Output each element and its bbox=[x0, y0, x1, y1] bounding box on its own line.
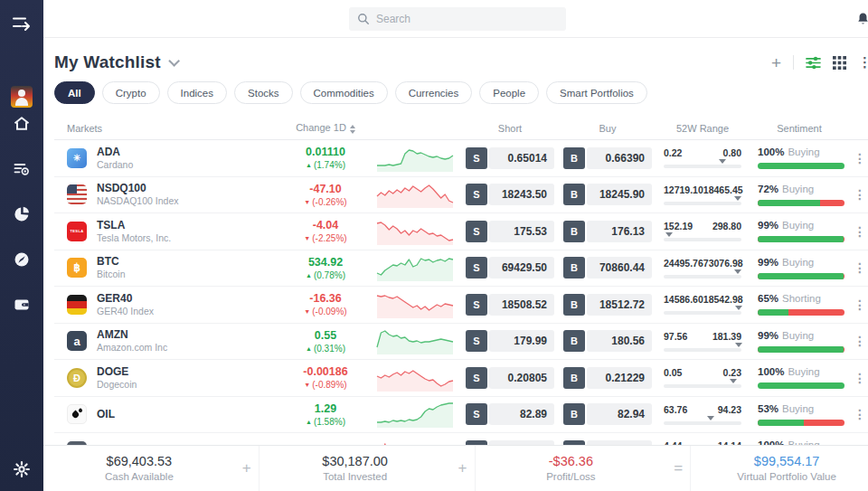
sell-button[interactable]: S bbox=[466, 403, 487, 425]
sell-button[interactable]: S bbox=[466, 257, 487, 279]
buy-price[interactable]: 82.94 bbox=[587, 403, 652, 425]
row-menu-icon[interactable]: ⋮ bbox=[850, 151, 868, 165]
range-low: 0.05 bbox=[664, 367, 682, 378]
search-box[interactable] bbox=[349, 7, 566, 31]
buy-price[interactable]: 180.56 bbox=[587, 330, 652, 352]
watchlist-row-tsla[interactable]: TESLATSLATesla Motors, Inc.-4.04▼(-2.25%… bbox=[54, 213, 868, 250]
filter-pill-all[interactable]: All bbox=[54, 81, 95, 104]
market-cell[interactable]: NSDQ100NASDAQ100 Index bbox=[67, 182, 282, 207]
notifications-bell-icon[interactable] bbox=[855, 11, 868, 27]
chevron-down-icon[interactable] bbox=[168, 55, 180, 67]
buy-price[interactable]: 0.66390 bbox=[587, 147, 652, 169]
cash-available-label: Cash Available bbox=[105, 470, 174, 484]
col-change[interactable]: Change 1D bbox=[282, 122, 369, 133]
row-menu-icon[interactable]: ⋮ bbox=[850, 334, 868, 348]
market-cell[interactable]: OIL bbox=[67, 404, 282, 424]
filter-pill-currencies[interactable]: Currencies bbox=[395, 81, 473, 104]
market-cell[interactable]: ✳ADACardano bbox=[67, 146, 282, 171]
settings-gear-icon[interactable] bbox=[11, 458, 33, 480]
watchlist-row-nio[interactable]: NIO-0.17SB4.4414.14100%Buying⋮ bbox=[54, 433, 868, 445]
buy-price[interactable]: 70860.44 bbox=[587, 257, 652, 279]
filter-sliders-icon[interactable] bbox=[806, 56, 821, 70]
watchlist-row-ger40[interactable]: GER40GER40 Index-16.36▼(-0.09%)S18508.52… bbox=[54, 287, 868, 324]
market-symbol: NSDQ100 bbox=[97, 182, 178, 195]
row-menu-icon[interactable]: ⋮ bbox=[850, 260, 868, 275]
filter-pill-people[interactable]: People bbox=[479, 81, 539, 104]
search-icon bbox=[357, 13, 370, 25]
buy-button[interactable]: B bbox=[563, 221, 585, 242]
market-cell[interactable]: ÐDOGEDogecoin bbox=[67, 365, 282, 391]
col-short[interactable]: Short bbox=[461, 123, 559, 134]
sell-button[interactable]: S bbox=[466, 184, 487, 205]
sell-price[interactable]: 18243.50 bbox=[489, 184, 554, 205]
col-sentiment[interactable]: Sentiment bbox=[749, 123, 850, 134]
dogecoin-icon: Ð bbox=[67, 368, 87, 388]
buy-price[interactable]: 176.13 bbox=[587, 221, 652, 242]
grid-view-icon[interactable] bbox=[833, 56, 846, 70]
down-triangle-icon: ▼ bbox=[304, 199, 310, 205]
sell-price[interactable]: 69429.50 bbox=[489, 257, 554, 279]
market-cell[interactable]: aAMZNAmazon.com Inc bbox=[67, 328, 282, 354]
watchlist-row-btc[interactable]: ฿BTCBitcoin534.92▲(0.78%)S69429.50B70860… bbox=[54, 250, 868, 288]
market-names: TSLATesla Motors, Inc. bbox=[97, 219, 171, 244]
filter-pill-crypto[interactable]: Crypto bbox=[102, 81, 160, 104]
sell-price[interactable]: 0.65014 bbox=[489, 147, 554, 169]
tesla-icon: TESLA bbox=[67, 222, 87, 241]
market-cell[interactable]: TESLATSLATesla Motors, Inc. bbox=[67, 219, 282, 244]
watchlist-row-ada[interactable]: ✳ADACardano0.01110▲(1.74%)S0.65014B0.663… bbox=[54, 140, 868, 177]
filter-pill-stocks[interactable]: Stocks bbox=[234, 81, 293, 104]
sell-button[interactable]: S bbox=[466, 221, 487, 242]
buy-price[interactable]: 18245.90 bbox=[587, 184, 652, 205]
more-options-icon[interactable]: ⋮ bbox=[858, 54, 868, 71]
avatar[interactable] bbox=[11, 86, 33, 108]
row-menu-icon[interactable]: ⋮ bbox=[850, 187, 868, 202]
row-menu-icon[interactable]: ⋮ bbox=[850, 224, 868, 239]
portfolio-pie-icon[interactable] bbox=[11, 203, 33, 225]
filter-pill-smart-portfolios[interactable]: Smart Portfolios bbox=[546, 81, 647, 104]
buy-button[interactable]: B bbox=[563, 403, 585, 425]
wallet-icon[interactable] bbox=[11, 294, 33, 316]
sell-price[interactable]: 82.89 bbox=[489, 403, 554, 425]
market-cell[interactable]: ฿BTCBitcoin bbox=[67, 255, 282, 280]
col-range[interactable]: 52W Range bbox=[656, 123, 749, 134]
sell-price[interactable]: 18508.52 bbox=[489, 294, 554, 316]
watchlist-row-oil[interactable]: OIL1.29▲(1.58%)S82.89B82.9463.7694.2353%… bbox=[54, 397, 868, 434]
row-menu-icon[interactable]: ⋮ bbox=[850, 371, 868, 385]
search-input[interactable] bbox=[376, 13, 539, 25]
range-low: 97.56 bbox=[664, 331, 687, 342]
row-menu-icon[interactable]: ⋮ bbox=[850, 297, 868, 312]
sell-button[interactable]: S bbox=[466, 330, 487, 352]
sentiment-label: Buying bbox=[782, 403, 814, 414]
watchlist-row-amzn[interactable]: aAMZNAmazon.com Inc0.55▲(0.31%)S179.99B1… bbox=[54, 324, 868, 361]
sell-price[interactable]: 0.20805 bbox=[489, 367, 554, 389]
filter-pill-indices[interactable]: Indices bbox=[167, 81, 227, 104]
buy-button[interactable]: B bbox=[563, 330, 585, 352]
col-markets[interactable]: Markets bbox=[67, 123, 282, 134]
sell-price[interactable]: 175.53 bbox=[489, 221, 554, 242]
add-instrument-button[interactable]: + bbox=[771, 54, 781, 71]
buy-price[interactable]: 18512.72 bbox=[587, 294, 652, 316]
buy-button[interactable]: B bbox=[563, 257, 585, 279]
buy-button[interactable]: B bbox=[563, 184, 585, 205]
row-menu-icon[interactable]: ⋮ bbox=[850, 407, 868, 421]
home-icon[interactable] bbox=[11, 113, 33, 135]
buy-price[interactable]: 0.21229 bbox=[587, 367, 652, 389]
sell-button[interactable]: S bbox=[466, 147, 487, 169]
range-high: 0.80 bbox=[723, 147, 741, 158]
discover-compass-icon[interactable] bbox=[11, 249, 33, 270]
watchlist-icon[interactable] bbox=[11, 158, 33, 180]
watchlist-row-nsdq100[interactable]: NSDQ100NASDAQ100 Index-47.10▼(-0.26%)S18… bbox=[54, 177, 868, 214]
market-cell[interactable]: GER40GER40 Index bbox=[67, 292, 282, 317]
market-names: AMZNAmazon.com Inc bbox=[97, 328, 167, 354]
sell-price[interactable]: 179.99 bbox=[489, 330, 554, 352]
menu-expand-icon[interactable] bbox=[11, 12, 33, 33]
sell-button[interactable]: S bbox=[466, 367, 487, 389]
filter-pill-commodities[interactable]: Commodities bbox=[300, 81, 388, 104]
buy-button[interactable]: B bbox=[563, 294, 585, 316]
sell-button[interactable]: S bbox=[466, 294, 487, 316]
buy-button[interactable]: B bbox=[563, 367, 585, 389]
german-flag-icon bbox=[67, 295, 87, 315]
buy-button[interactable]: B bbox=[563, 147, 585, 169]
watchlist-row-doge[interactable]: ÐDOGEDogecoin-0.00186▼(-0.89%)S0.20805B0… bbox=[54, 360, 868, 397]
col-buy[interactable]: Buy bbox=[559, 123, 656, 134]
